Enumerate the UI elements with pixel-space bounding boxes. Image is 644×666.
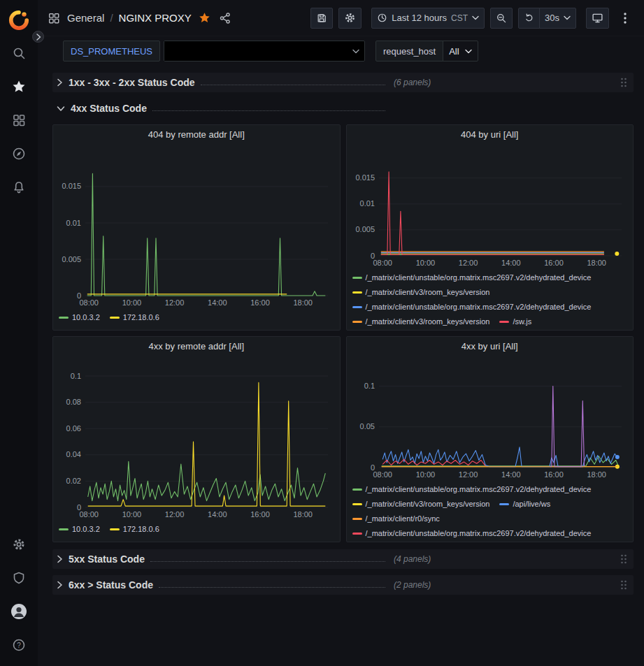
sidebar-item-settings[interactable] [0, 528, 38, 561]
svg-text:0.1: 0.1 [71, 372, 81, 380]
svg-text:0.05: 0.05 [359, 422, 374, 430]
drag-handle-icon[interactable] [618, 578, 629, 592]
panel-title[interactable]: 4xx by remote addr [All] [59, 337, 334, 356]
timeseries-chart[interactable]: 00.050.108:0010:0012:0014:0016:0018:00 [352, 358, 629, 480]
timeseries-chart[interactable]: 00.0050.010.01508:0010:0012:0014:0016:00… [352, 146, 629, 268]
time-range-picker[interactable]: Last 12 hours CST [371, 8, 485, 29]
legend-item[interactable]: /_matrix/client/r0/sync [352, 512, 440, 525]
panel-legend: /_matrix/client/unstable/org.matrix.msc2… [352, 268, 628, 328]
panel-404-by-uri: 404 by uri [All] 00.0050.010.01508:0010:… [346, 124, 634, 331]
dashboard-canvas: 1xx - 3xx - 2xx Status Code (6 panels) 4… [38, 66, 644, 666]
legend-series-name: /_matrix/client/unstable/org.matrix.msc2… [366, 483, 592, 495]
legend-series-color [59, 528, 69, 530]
svg-text:12:00: 12:00 [165, 510, 185, 519]
time-range-label: Last 12 hours [392, 13, 447, 23]
zoom-out-icon [496, 13, 507, 24]
svg-text:08:00: 08:00 [373, 259, 392, 267]
legend-series-name: 10.0.3.2 [72, 311, 100, 324]
timeseries-chart[interactable]: 00.020.040.060.080.108:0010:0012:0014:00… [59, 358, 335, 520]
compass-icon [12, 147, 26, 161]
refresh-icon [524, 13, 534, 23]
svg-text:14:00: 14:00 [501, 470, 521, 479]
dotted-leader [152, 110, 385, 111]
bell-icon [12, 180, 26, 194]
svg-text:16:00: 16:00 [544, 259, 564, 267]
dashboard-settings-button[interactable] [338, 8, 362, 29]
share-icon[interactable] [219, 12, 231, 24]
sidebar-collapse-button[interactable] [32, 31, 44, 43]
zoom-out-button[interactable] [490, 8, 513, 29]
panel-title[interactable]: 4xx by uri [All] [352, 337, 628, 356]
search-icon [12, 46, 26, 60]
dotted-leader [159, 587, 385, 588]
refresh-interval-label: 30s [545, 13, 559, 23]
svg-text:12:00: 12:00 [458, 259, 478, 267]
kebab-menu-icon[interactable] [615, 8, 636, 29]
breadcrumb-section[interactable]: General [67, 12, 104, 24]
request-host-variable-dropdown[interactable]: All [443, 41, 478, 61]
panel-title[interactable]: 404 by uri [All] [352, 125, 628, 145]
svg-text:0.01: 0.01 [66, 219, 81, 227]
row-header-5xx[interactable]: 5xx Status Code (4 panels) [52, 549, 634, 569]
legend-item[interactable]: /_matrix/client/unstable/org.matrix.msc2… [352, 527, 592, 540]
refresh-button[interactable] [518, 8, 540, 29]
svg-text:10:00: 10:00 [122, 510, 142, 519]
legend-series-color [110, 317, 120, 319]
grafana-logo-icon[interactable] [8, 4, 29, 36]
legend-series-name: /_matrix/client/unstable/org.matrix.msc2… [366, 271, 592, 284]
svg-text:10:00: 10:00 [415, 470, 435, 479]
drag-handle-icon[interactable] [618, 75, 629, 89]
legend-item[interactable]: /api/live/ws [499, 498, 550, 510]
svg-text:16:00: 16:00 [250, 510, 270, 519]
legend-item[interactable]: /_matrix/client/unstable/org.matrix.msc2… [352, 301, 592, 313]
svg-text:0.1: 0.1 [364, 382, 374, 390]
timeseries-chart[interactable]: 00.0050.010.01508:0010:0012:0014:0016:00… [59, 146, 335, 308]
legend-item[interactable]: /_matrix/client/v3/room_keys/version [352, 286, 490, 298]
chevron-down-icon [465, 49, 472, 54]
legend-series-name: /_matrix/client/v3/room_keys/version [366, 286, 490, 298]
legend-item[interactable]: /_matrix/client/unstable/org.matrix.msc2… [352, 483, 592, 495]
legend-item[interactable]: 10.0.3.2 [59, 311, 100, 324]
user-avatar[interactable] [0, 595, 38, 628]
favorite-star-icon[interactable] [199, 12, 210, 24]
sidebar-item-help[interactable]: ? [0, 628, 38, 662]
request-host-variable-label: request_host [375, 41, 443, 61]
datasource-variable-link[interactable]: DS_PROMETHEUS [63, 41, 160, 61]
sidebar-item-server-admin[interactable] [0, 561, 38, 595]
sidebar-item-explore[interactable] [0, 137, 38, 171]
legend-item[interactable]: 172.18.0.6 [110, 523, 159, 535]
chevron-down-icon [564, 15, 571, 20]
row-title: 4xx Status Code [71, 103, 147, 114]
sidebar-item-alerting[interactable] [0, 171, 38, 204]
panel-title[interactable]: 404 by remote addr [All] [59, 125, 334, 145]
legend-series-color [352, 321, 362, 323]
legend-item[interactable]: /sw.js [499, 315, 531, 328]
shield-icon [12, 571, 26, 585]
drag-handle-icon[interactable] [618, 552, 629, 566]
legend-series-color [352, 277, 362, 279]
sidebar-item-search[interactable] [0, 36, 38, 70]
monitor-icon [592, 12, 603, 24]
legend-series-color [352, 488, 362, 491]
save-dashboard-button[interactable] [310, 8, 333, 29]
sidebar-item-starred[interactable] [0, 70, 38, 103]
legend-item[interactable]: /_matrix/client/v3/room_keys/version [352, 498, 490, 510]
apps-grid-icon[interactable] [48, 12, 60, 24]
cycle-view-button[interactable] [586, 8, 609, 29]
legend-series-name: /_matrix/client/r0/sync [366, 512, 440, 525]
row-header-1xx[interactable]: 1xx - 3xx - 2xx Status Code (6 panels) [52, 73, 634, 92]
row-header-4xx[interactable]: 4xx Status Code [52, 99, 634, 118]
panel-legend: /_matrix/client/unstable/org.matrix.msc2… [352, 480, 628, 540]
sidebar-item-dashboards[interactable] [0, 103, 38, 137]
svg-text:0.005: 0.005 [355, 225, 375, 233]
legend-item[interactable]: /_matrix/client/unstable/org.matrix.msc2… [352, 271, 592, 284]
svg-text:0.06: 0.06 [66, 424, 81, 433]
legend-item[interactable]: /_matrix/client/v3/room_keys/version [352, 315, 490, 328]
legend-item[interactable]: 172.18.0.6 [110, 311, 159, 324]
legend-item[interactable]: 10.0.3.2 [59, 523, 100, 535]
legend-series-color [352, 291, 362, 294]
datasource-variable-value-dropdown[interactable] [164, 41, 365, 61]
refresh-interval-dropdown[interactable]: 30s [539, 8, 576, 29]
dashboard-title[interactable]: NGINX PROXY [119, 12, 192, 24]
row-header-6xx[interactable]: 6xx > Status Code (2 panels) [52, 575, 634, 595]
